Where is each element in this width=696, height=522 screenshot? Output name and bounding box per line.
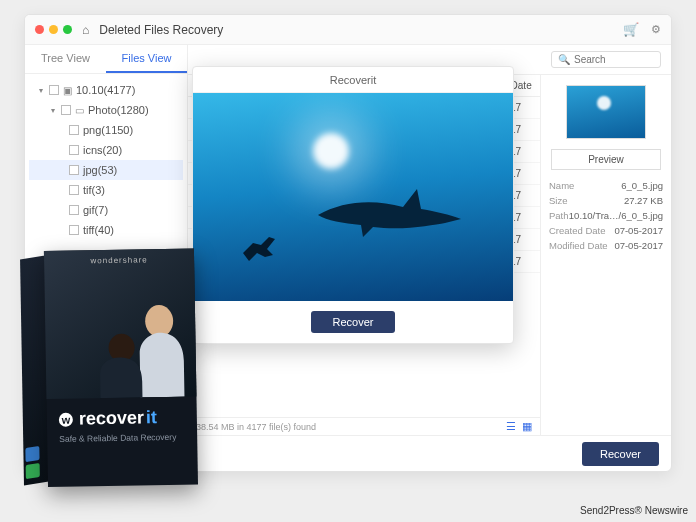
logo-icon: w: [59, 412, 73, 426]
cart-icon[interactable]: 🛒: [623, 22, 639, 37]
meta-value: 07-05-2017: [614, 240, 663, 251]
disk-icon: ▣: [63, 85, 72, 96]
search-icon: 🔍: [558, 54, 570, 65]
tree-label: gif(7): [83, 204, 108, 216]
tree-label: jpg(53): [83, 164, 117, 176]
box-photo: [80, 277, 192, 399]
page-title: Deleted Files Recovery: [99, 23, 223, 37]
product-tagline: Safe & Reliable Data Recovery: [47, 431, 197, 444]
meta-label: Modified Date: [549, 240, 608, 251]
tree-item[interactable]: tif(3): [29, 180, 183, 200]
settings-icon[interactable]: ⚙: [651, 23, 661, 36]
tree-label: icns(20): [83, 144, 122, 156]
caret-icon[interactable]: ▾: [37, 86, 45, 95]
checkbox[interactable]: [69, 125, 79, 135]
preview-metadata: Name6_0_5.jpg Size27.27 KB Path10.10/Tra…: [541, 178, 671, 253]
checkbox[interactable]: [69, 165, 79, 175]
footer: Recover: [188, 435, 671, 471]
tree-root[interactable]: ▾ ▣ 10.10(4177): [29, 80, 183, 100]
maximize-icon[interactable]: [63, 25, 72, 34]
status-bar: 38.54 MB in 4177 file(s) found ☰ ▦: [188, 417, 540, 435]
preview-modal: Recoverit Recover: [192, 66, 514, 344]
meta-label: Path: [549, 210, 569, 221]
modal-title: Recoverit: [193, 67, 513, 93]
checkbox[interactable]: [61, 105, 71, 115]
attribution: Send2Press® Newswire: [580, 505, 688, 516]
file-tree: ▾ ▣ 10.10(4177) ▾ ▭ Photo(1280) png(1150…: [25, 74, 187, 246]
tree-item[interactable]: tiff(40): [29, 220, 183, 240]
meta-label: Size: [549, 195, 567, 206]
tree-label: 10.10(4177): [76, 84, 135, 96]
close-icon[interactable]: [35, 25, 44, 34]
search-box[interactable]: 🔍: [551, 51, 661, 68]
meta-value: 10.10/Tra…/6_0_5.jpg: [569, 210, 663, 221]
caret-icon[interactable]: ▾: [49, 106, 57, 115]
tab-tree-view[interactable]: Tree View: [25, 45, 106, 73]
svg-point-0: [145, 305, 174, 337]
status-text: 38.54 MB in 4177 file(s) found: [196, 422, 316, 432]
home-icon[interactable]: ⌂: [82, 23, 89, 37]
minimize-icon[interactable]: [49, 25, 58, 34]
diver-silhouette: [239, 223, 285, 263]
checkbox[interactable]: [49, 85, 59, 95]
checkbox[interactable]: [69, 185, 79, 195]
box-front: wondershare w recoverit Safe & Reliable …: [44, 248, 198, 487]
recover-button[interactable]: Recover: [582, 442, 659, 466]
meta-value: 07-05-2017: [614, 225, 663, 236]
preview-pane: Preview Name6_0_5.jpg Size27.27 KB Path1…: [541, 75, 671, 435]
tab-files-view[interactable]: Files View: [106, 45, 187, 73]
preview-button[interactable]: Preview: [551, 149, 661, 170]
brand-label: wondershare: [44, 254, 194, 266]
product-name: w recoverit: [46, 396, 197, 434]
window-controls: [35, 25, 72, 34]
platform-badge: [25, 446, 39, 462]
view-tabs: Tree View Files View: [25, 45, 187, 74]
meta-value: 27.27 KB: [624, 195, 663, 206]
product-box: wondershare w recoverit Safe & Reliable …: [20, 248, 198, 491]
tree-item-selected[interactable]: jpg(53): [29, 160, 183, 180]
titlebar: ⌂ Deleted Files Recovery 🛒 ⚙: [25, 15, 671, 45]
checkbox[interactable]: [69, 205, 79, 215]
tree-label: Photo(1280): [88, 104, 149, 116]
platform-badge: [26, 463, 40, 479]
list-view-icon[interactable]: ☰: [506, 420, 516, 433]
search-input[interactable]: [574, 54, 654, 65]
modal-image: [193, 93, 513, 301]
modal-recover-button[interactable]: Recover: [311, 311, 396, 333]
shark-silhouette: [313, 179, 463, 239]
tree-label: png(1150): [83, 124, 133, 136]
tree-label: tiff(40): [83, 224, 114, 236]
tree-item[interactable]: ▾ ▭ Photo(1280): [29, 100, 183, 120]
meta-label: Created Date: [549, 225, 606, 236]
checkbox[interactable]: [69, 145, 79, 155]
checkbox[interactable]: [69, 225, 79, 235]
tree-item[interactable]: icns(20): [29, 140, 183, 160]
tree-label: tif(3): [83, 184, 105, 196]
meta-label: Name: [549, 180, 574, 191]
meta-value: 6_0_5.jpg: [621, 180, 663, 191]
tree-item[interactable]: gif(7): [29, 200, 183, 220]
tree-item[interactable]: png(1150): [29, 120, 183, 140]
folder-icon: ▭: [75, 105, 84, 116]
grid-view-icon[interactable]: ▦: [522, 420, 532, 433]
preview-thumbnail[interactable]: [566, 85, 646, 139]
